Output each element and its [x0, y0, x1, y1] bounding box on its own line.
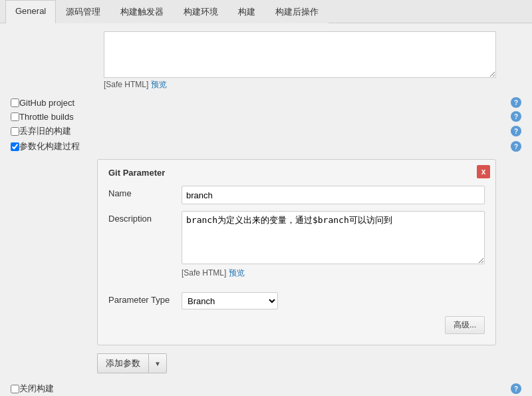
tab-source-management[interactable]: 源码管理	[56, 0, 110, 23]
description-textarea[interactable]: branch为定义出来的变量，通过$branch可以访问到	[182, 211, 485, 264]
add-parameter-split-button: 添加参数 ▼	[97, 353, 167, 373]
throttle-builds-help-icon[interactable]: ?	[511, 111, 521, 122]
name-input[interactable]	[182, 186, 485, 204]
tab-post-build[interactable]: 构建后操作	[265, 0, 329, 23]
desc-safe-html-label: [Safe HTML]	[182, 268, 226, 278]
throttle-builds-checkbox[interactable]	[11, 112, 19, 121]
parameter-type-row: Parameter Type Branch Tag Revision BRANC…	[108, 292, 485, 309]
description-label: Description	[108, 211, 182, 224]
name-control	[182, 186, 485, 204]
name-label: Name	[108, 186, 182, 198]
top-safe-html-row: [Safe HTML] 预览	[104, 79, 521, 91]
desc-safe-html-row: [Safe HTML] 预览	[182, 268, 485, 279]
parameter-type-select[interactable]: Branch Tag Revision BRANCH_OR_TAG	[182, 292, 278, 309]
git-param-advanced-section: 高级...	[108, 316, 485, 334]
parameterized-build-help-icon[interactable]: ?	[511, 141, 521, 152]
throttle-builds-row: Throttle builds ?	[11, 111, 521, 122]
bottom-section: 关闭构建 ? 在必要的时候并发构建 ?	[11, 383, 521, 396]
description-control: branch为定义出来的变量，通过$branch可以访问到 [Safe HTML…	[182, 211, 485, 286]
top-description-textarea[interactable]	[104, 31, 496, 78]
tab-build-triggers[interactable]: 构建触发器	[110, 0, 174, 23]
discard-old-builds-help-icon[interactable]: ?	[511, 126, 521, 136]
disable-build-label: 关闭构建	[19, 383, 54, 395]
discard-old-builds-checkbox[interactable]	[11, 127, 19, 136]
throttle-builds-label: Throttle builds	[19, 112, 74, 122]
name-row: Name	[108, 186, 485, 204]
github-project-help-icon[interactable]: ?	[511, 97, 521, 108]
description-row: Description branch为定义出来的变量，通过$branch可以访问…	[108, 211, 485, 286]
parameter-type-control: Branch Tag Revision BRANCH_OR_TAG	[182, 292, 485, 309]
github-project-checkbox[interactable]	[11, 99, 19, 107]
parameterized-build-row: 参数化构建过程 ?	[11, 140, 521, 152]
parameterized-build-label: 参数化构建过程	[19, 140, 80, 152]
parameter-type-label: Parameter Type	[108, 292, 182, 305]
git-parameter-box: Git Parameter x Name Description branch为…	[97, 159, 496, 345]
disable-build-help-icon[interactable]: ?	[511, 383, 521, 394]
git-param-advanced-button[interactable]: 高级...	[445, 316, 485, 334]
main-content: [Safe HTML] 预览 GitHub project ? Throttle…	[0, 23, 532, 396]
discard-old-builds-label: 丢弃旧的构建	[19, 125, 71, 137]
top-preview-link[interactable]: 预览	[151, 80, 167, 89]
tab-bar: General 源码管理 构建触发器 构建环境 构建 构建后操作	[0, 0, 532, 23]
github-project-label: GitHub project	[19, 98, 74, 108]
parameterized-build-checkbox[interactable]	[11, 142, 19, 151]
tab-build-env[interactable]: 构建环境	[174, 0, 228, 23]
git-parameter-title: Git Parameter	[108, 168, 485, 178]
github-project-row: GitHub project ?	[11, 97, 521, 108]
desc-preview-link[interactable]: 预览	[229, 268, 245, 278]
disable-build-row: 关闭构建 ?	[11, 383, 521, 395]
tab-build[interactable]: 构建	[228, 0, 265, 23]
disable-build-checkbox[interactable]	[11, 385, 19, 393]
tab-general[interactable]: General	[5, 0, 56, 23]
git-parameter-close-button[interactable]: x	[477, 165, 490, 178]
add-parameter-section: 添加参数 ▼	[97, 353, 521, 373]
add-parameter-main-button[interactable]: 添加参数	[97, 353, 148, 373]
top-safe-html-label: [Safe HTML]	[104, 80, 148, 89]
add-parameter-arrow-button[interactable]: ▼	[148, 353, 167, 373]
discard-old-builds-row: 丢弃旧的构建 ?	[11, 125, 521, 137]
